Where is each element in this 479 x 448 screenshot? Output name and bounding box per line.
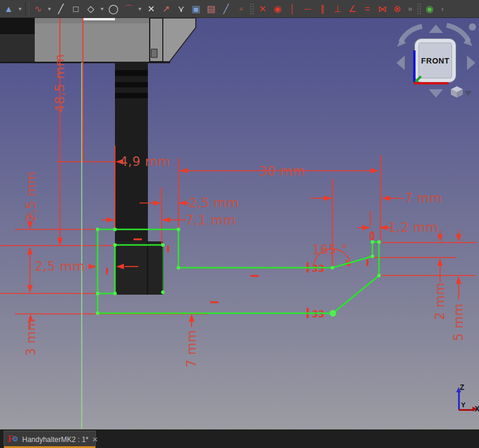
dim-7-mm-bottom[interactable]: 7 mm [184,330,199,368]
toolbar-grip [250,3,254,15]
x-axis-label: X [475,405,479,413]
constraint-block-icon[interactable]: ⊗ [390,2,405,16]
toolbar-overflow[interactable]: » [405,2,416,16]
external-geometry-icon[interactable]: ▣ [189,2,204,16]
constraint-point-on-object-icon[interactable]: ◉ [270,2,285,16]
dim-7-1-mm[interactable]: 7,1 mm [186,213,236,228]
dim-48-5-mm[interactable]: 48,5 mm [53,54,67,113]
nav-arrow-up-icon[interactable] [429,25,443,33]
dropdown-icon[interactable]: ▾ [98,2,106,16]
toolbar-overflow[interactable]: › [437,2,448,16]
nav-mini-cube-icon[interactable] [450,85,465,98]
nav-x-axis-edge [414,82,448,84]
fillet-icon[interactable]: ⌒ [121,2,136,16]
dim-angle-165[interactable]: 165 ° [312,243,348,257]
dim-1-2-mm[interactable]: 1,2 mm [388,220,438,235]
dim-4-9-mm[interactable]: 4,9 mm [120,155,170,169]
dropdown-icon[interactable]: ▾ [46,2,53,16]
construction-mode-icon[interactable]: ╱ [219,2,234,16]
document-tab-bar: F⚙ HandyhalterMK2 : 1* ✕ [0,429,479,448]
viewport-canvas[interactable]: 3333 48,5 mm2,5 mm3 mm7 mm2 mm5 mm4,9 mm… [0,18,479,429]
nav-arrow-left-icon[interactable] [396,56,405,70]
document-tab[interactable]: F⚙ HandyhalterMK2 : 1* ✕ [4,431,96,448]
axis-indicator: Z Y X [440,383,479,419]
nav-cube-front-face-inner[interactable]: FRONT [419,43,452,78]
extend-icon[interactable]: ↗ [159,2,174,16]
nav-arrow-down-icon[interactable] [429,89,443,98]
dim-30-mm[interactable]: 30 mm [259,164,305,178]
nav-corner-sphere-icon[interactable] [469,23,476,31]
document-tab-title: HandyhalterMK2 : 1* [22,435,89,444]
constraint-vertical-icon[interactable]: │ [285,2,300,16]
carbon-copy-icon[interactable]: ▤ [204,2,219,16]
dim-5-mm[interactable]: 5 mm [451,304,466,341]
constraint-symmetric-icon[interactable]: ⋈ [375,2,390,16]
dropdown-icon[interactable]: ▾ [16,2,24,16]
navigation-cube[interactable]: FRONT [389,19,479,108]
constraint-perpendicular-icon[interactable]: ⊥ [330,2,345,16]
select-constraints-icon[interactable]: ◉ [422,2,437,16]
toolbar-separator [25,2,29,16]
dim-2-mm[interactable]: 2 mm [433,283,447,320]
dim-3-mm[interactable]: 3 mm [24,319,38,356]
nav-z-axis-edge [413,50,416,82]
constraint-parallel-icon[interactable]: ∥ [315,2,330,16]
bspline-icon[interactable]: ∿ [31,2,46,16]
y-axis-label: Y [461,401,465,408]
constraint-coincident-icon[interactable]: ✕ [255,2,270,16]
split-icon[interactable]: ⋎ [174,2,189,16]
constraint-horizontal-icon[interactable]: ─ [300,2,315,16]
sketcher-toolbar: ▲▾∿▾╱□◇▾◯⌒▾✕↗⋎▣▤╱▫✕◉│─∥⊥∠=⋈⊗»◉› [0,0,479,18]
circle-icon[interactable]: ◯ [106,2,121,16]
toolbar-grip [417,3,421,15]
z-axis-icon [458,392,460,410]
constraint-equal-icon[interactable]: = [360,2,375,16]
constraint-tangent-icon[interactable]: ∠ [345,2,360,16]
dropdown-icon[interactable]: ▾ [136,2,144,16]
leave-sketch-icon[interactable]: ▲ [1,2,16,16]
nav-cube-front-label: FRONT [421,56,449,65]
polyline-icon[interactable]: ╱ [53,2,68,16]
dim-2-5-mm-top[interactable]: 2,5 mm [189,196,239,210]
nav-mini-cube-menu-icon[interactable] [465,91,472,96]
freecad-logo-icon: F⚙ [8,435,19,444]
tab-close-icon[interactable]: ✕ [92,435,98,444]
z-axis-label: Z [460,383,464,392]
rectangle-icon[interactable]: □ [68,2,83,16]
nav-arrow-right-icon[interactable] [467,56,475,70]
dim-7-mm-right[interactable]: 7 mm [405,191,442,205]
dim-2-5-mm-mid[interactable]: 2,5 mm [35,259,85,274]
origin-square-icon[interactable]: ▫ [234,2,248,16]
dim-2-5-mm-left[interactable]: 2,5 mm [24,171,38,222]
x-axis-icon [459,409,473,411]
polygon-icon[interactable]: ◇ [83,2,98,16]
freecad-window: ▲▾∿▾╱□◇▾◯⌒▾✕↗⋎▣▤╱▫✕◉│─∥⊥∠=⋈⊗»◉› [0,0,479,448]
trim-icon[interactable]: ✕ [144,2,159,16]
